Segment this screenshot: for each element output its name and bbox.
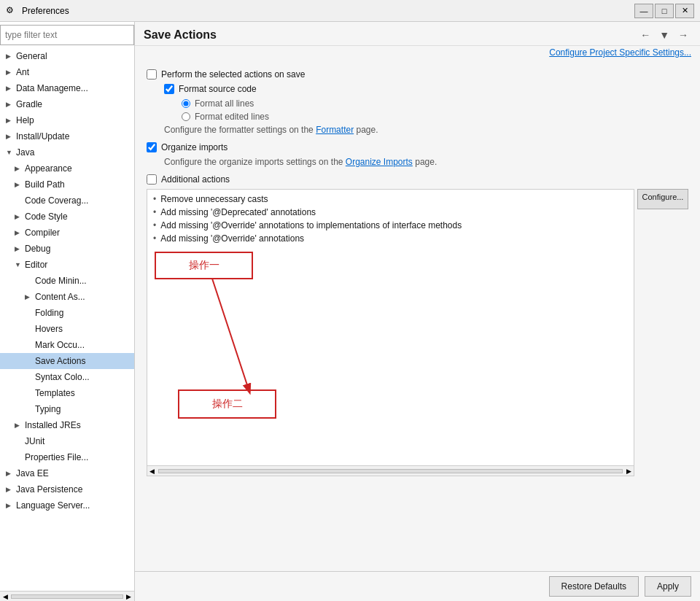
actions-hscroll[interactable]: ◀ ▶ <box>147 466 634 476</box>
filter-input[interactable] <box>0 25 134 45</box>
configure-button[interactable]: Configure... <box>637 189 688 209</box>
forward-button[interactable]: → <box>675 28 691 42</box>
sidebar-item-label: Typing <box>35 404 61 414</box>
sidebar-item-code-style[interactable]: ▶Code Style <box>0 209 134 225</box>
sidebar-item-folding[interactable]: Folding <box>0 305 134 321</box>
sidebar-item-java-persistence[interactable]: ▶Java Persistence <box>0 481 134 497</box>
sidebar-item-code-mining[interactable]: Code Minin... <box>0 273 134 289</box>
sidebar-item-label: Mark Occu... <box>35 340 85 350</box>
sidebar-item-syntax-coloring[interactable]: Syntax Colo... <box>0 369 134 385</box>
organize-imports-checkbox[interactable] <box>147 142 157 152</box>
tree-arrow: ▶ <box>15 165 22 172</box>
format-block: Format source code Format all lines Form… <box>164 84 688 135</box>
sidebar-item-debug[interactable]: ▶Debug <box>0 241 134 257</box>
sidebar-item-install-update[interactable]: ▶Install/Update <box>0 128 134 144</box>
sidebar-item-label: Help <box>16 115 34 125</box>
annotation-1-text: 操作一 <box>189 259 219 272</box>
tree-arrow: ▶ <box>15 245 22 252</box>
sidebar-item-label: Gradle <box>16 99 42 109</box>
sidebar-item-content-assist[interactable]: ▶Content As... <box>0 289 134 305</box>
organize-imports-link[interactable]: Organize Imports <box>346 157 413 167</box>
tree-arrow: ▶ <box>6 101 13 108</box>
sidebar-item-junit[interactable]: JUnit <box>0 433 134 449</box>
action-item: Add missing '@Override' annotations to i… <box>147 219 634 232</box>
tree-arrow: ▶ <box>15 213 22 220</box>
formatter-info2: page. <box>356 125 378 135</box>
sidebar-item-data-mgmt[interactable]: ▶Data Manageme... <box>0 80 134 96</box>
hscroll-actions-right[interactable]: ▶ <box>624 468 634 475</box>
tree-arrow: ▶ <box>15 181 22 188</box>
organize-info: Configure the organize imports settings … <box>164 157 688 167</box>
organize-imports-label: Organize imports <box>161 142 228 152</box>
tree-arrow: ▶ <box>6 133 13 140</box>
sidebar-item-save-actions[interactable]: Save Actions <box>0 353 134 369</box>
organize-imports-row: Organize imports <box>147 142 688 152</box>
sidebar-item-help[interactable]: ▶Help <box>0 112 134 128</box>
action-item: Add missing '@Override' annotations <box>147 232 634 245</box>
sidebar-item-templates[interactable]: Templates <box>0 385 134 401</box>
sidebar-item-java-ee[interactable]: ▶Java EE <box>0 465 134 481</box>
sidebar-item-label: Folding <box>35 308 63 318</box>
sidebar-item-label: Installed JREs <box>25 420 81 430</box>
sidebar-item-code-coverage[interactable]: Code Coverag... <box>0 193 134 209</box>
format-source-label: Format source code <box>179 84 257 94</box>
tree-arrow: ▶ <box>25 293 32 300</box>
sidebar-item-label: Code Style <box>25 212 68 222</box>
sidebar-item-compiler[interactable]: ▶Compiler <box>0 225 134 241</box>
hscroll-right-btn[interactable]: ▶ <box>125 593 133 600</box>
apply-button[interactable]: Apply <box>645 576 691 597</box>
formatter-info-text: Configure the formatter settings on the <box>164 125 314 135</box>
sidebar-item-label: Save Actions <box>35 356 85 366</box>
restore-defaults-button[interactable]: Restore Defaults <box>549 576 639 597</box>
sidebar-item-label: Java Persistence <box>16 484 82 495</box>
format-edited-lines-radio[interactable] <box>182 112 190 121</box>
content-body: Perform the selected actions on save For… <box>135 61 700 571</box>
perform-actions-checkbox[interactable] <box>147 69 157 80</box>
close-button[interactable]: ✕ <box>675 4 694 18</box>
sidebar-item-appearance[interactable]: ▶Appearance <box>0 160 134 177</box>
formatter-link[interactable]: Formatter <box>316 125 354 135</box>
sidebar-item-build-path[interactable]: ▶Build Path <box>0 177 134 193</box>
format-source-checkbox[interactable] <box>164 84 174 94</box>
maximize-button[interactable]: □ <box>655 4 674 18</box>
action-item: Remove unnecessary casts <box>147 193 634 206</box>
sidebar-item-label: Editor <box>25 260 47 270</box>
sidebar-item-typing[interactable]: Typing <box>0 401 134 417</box>
sidebar-item-installed-jres[interactable]: ▶Installed JREs <box>0 417 134 433</box>
sidebar-item-properties-file[interactable]: Properties File... <box>0 449 134 465</box>
sidebar-item-label: Data Manageme... <box>16 83 88 93</box>
sidebar-item-mark-occurrences[interactable]: Mark Occu... <box>0 337 134 353</box>
tree-arrow: ▶ <box>6 486 13 493</box>
configure-project-link[interactable]: Configure Project Specific Settings... <box>549 47 691 58</box>
sidebar-item-general[interactable]: ▶General <box>0 48 134 64</box>
sidebar-item-label: Java <box>16 147 34 158</box>
sidebar-item-language-server[interactable]: ▶Language Server... <box>0 497 134 513</box>
sidebar-item-label: Debug <box>25 244 50 254</box>
organize-info-block: Configure the organize imports settings … <box>164 157 688 167</box>
format-all-lines-radio[interactable] <box>182 99 190 108</box>
sidebar-item-hovers[interactable]: Hovers <box>0 321 134 337</box>
tree-arrow: ▶ <box>15 229 22 236</box>
tree-arrow: ▶ <box>6 502 13 509</box>
sidebar-item-label: Language Server... <box>16 500 90 511</box>
format-all-lines-row: Format all lines <box>182 98 688 109</box>
sidebar-hscroll[interactable]: ◀ ▶ <box>0 591 134 601</box>
sidebar-item-ant[interactable]: ▶Ant <box>0 64 134 80</box>
additional-actions-checkbox[interactable] <box>147 174 157 185</box>
sidebar-item-editor[interactable]: ▼Editor <box>0 257 134 273</box>
sidebar-item-label: Properties File... <box>25 452 88 462</box>
format-source-row: Format source code <box>164 84 688 94</box>
sidebar-item-gradle[interactable]: ▶Gradle <box>0 96 134 112</box>
dropdown-button[interactable]: ▼ <box>656 28 672 42</box>
sidebar-item-label: Java EE <box>16 468 49 478</box>
hscroll-left-btn[interactable]: ◀ <box>1 593 9 600</box>
tree-arrow: ▶ <box>6 470 13 477</box>
bottom-bar: Restore Defaults Apply <box>135 571 700 601</box>
hscroll-actions-left[interactable]: ◀ <box>147 468 157 475</box>
back-button[interactable]: ← <box>637 28 653 42</box>
format-edited-lines-row: Format edited lines <box>182 112 688 122</box>
sidebar-item-java[interactable]: ▼Java <box>0 144 134 160</box>
action-item: Add missing '@Deprecated' annotations <box>147 206 634 219</box>
sidebar-item-label: Hovers <box>35 324 63 334</box>
minimize-button[interactable]: — <box>634 4 653 18</box>
